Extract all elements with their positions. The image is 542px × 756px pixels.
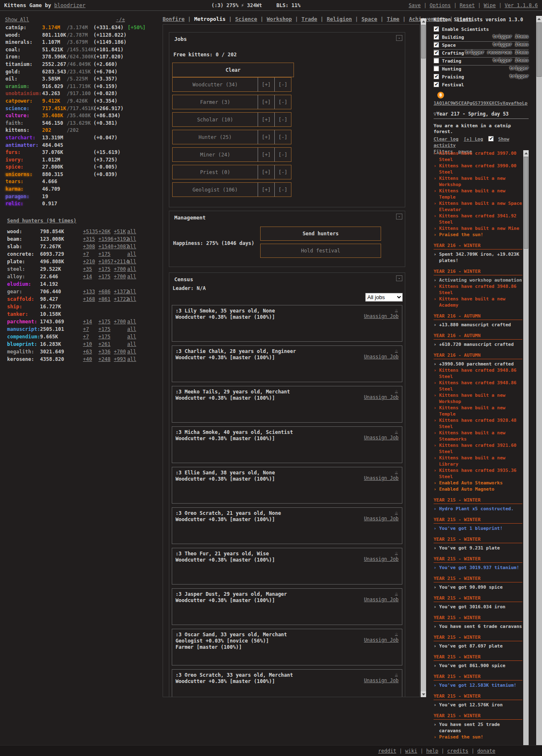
header-link[interactable]: Options [430,3,451,8]
make-leader-star-icon[interactable]: ☆ [395,469,398,474]
census-collapse-button[interactable]: - [396,275,402,281]
unassign-job-link[interactable]: Unassign Job [364,678,399,683]
job-label[interactable]: Miner (24) [173,148,258,161]
craft-link-2[interactable]: +336 [98,349,110,355]
job-plus-button[interactable]: [+] [258,183,274,197]
header-link[interactable]: Save [409,3,421,8]
resource-collapse-toggle[interactable]: -/± [116,17,125,23]
job-plus-button[interactable]: [+] [258,95,274,109]
clear-jobs-button[interactable]: Clear [172,63,294,77]
craft-link-all[interactable]: all [127,319,136,325]
option-action-link[interactable]: trigger [493,42,512,47]
unassign-job-link[interactable]: Unassign Job [364,597,399,602]
unassign-job-link[interactable]: Unassign Job [364,313,399,319]
craft-link-all[interactable]: all [127,349,136,355]
job-label[interactable]: Geologist (106) [173,183,258,197]
craft-link-1[interactable]: +308 [83,244,95,249]
craft-link-2[interactable]: +248 [98,356,110,362]
craft-link-2[interactable]: +1540 [98,244,113,249]
tab[interactable]: Workshop [267,16,292,22]
craft-link-2[interactable]: +686 [98,289,110,295]
make-leader-star-icon[interactable]: ☆ [395,428,398,434]
job-label[interactable]: Woodcutter (34) [173,78,258,91]
craft-link-all[interactable]: all [127,259,136,265]
tab[interactable]: Metropolis [194,16,226,22]
make-leader-star-icon[interactable]: ☆ [395,388,398,393]
option-action-link[interactable]: items [515,50,529,55]
job-plus-button[interactable]: [+] [258,130,274,144]
option-checkbox[interactable] [434,50,439,55]
craft-link-1[interactable]: +14 [83,274,92,280]
option-action-link[interactable]: trigger [465,50,484,55]
unassign-job-link[interactable]: Unassign Job [364,556,399,562]
footer-link[interactable]: wiki [405,748,417,754]
center-scrollbar[interactable] [421,18,426,697]
header-link[interactable]: Ver 1.1.8.6 [505,3,538,8]
make-leader-star-icon[interactable]: ☆ [395,590,398,596]
craft-link-3[interactable]: +3087 [114,244,129,249]
management-collapse-button[interactable]: - [396,214,402,219]
footer-link[interactable]: donate [477,748,495,754]
unassign-job-link[interactable]: Unassign Job [364,435,399,441]
scrollbar-thumb[interactable] [421,25,426,58]
make-leader-star-icon[interactable]: ☆ [395,671,398,677]
census-job-filter-select[interactable]: All jobs [365,293,403,302]
craft-link-all[interactable]: all [127,266,136,272]
craft-link-3[interactable]: +51K [114,229,126,234]
tab[interactable]: Religion [327,16,352,22]
job-label[interactable]: Scholar (10) [173,113,258,126]
job-button[interactable]: Hunter (25) [+] [-] [172,130,291,144]
job-button[interactable]: Farmer (3) [+] [-] [172,95,291,109]
craft-link-2[interactable]: +175 [98,251,110,257]
craft-link-3[interactable]: +1722 [114,296,129,302]
craft-link-all[interactable]: all [127,289,136,295]
craft-link-3[interactable]: +700 [114,266,126,272]
craft-link-2[interactable]: +26K [98,229,110,234]
option-action-link[interactable]: trigger [509,73,529,79]
option-checkbox[interactable] [434,26,439,32]
craft-link-1[interactable]: +7 [83,334,89,340]
footer-link[interactable]: credits [447,748,469,754]
craft-link-all[interactable]: all [127,296,136,302]
scrollbar-up-icon[interactable] [421,18,426,24]
craft-link-1[interactable]: +133 [83,289,95,295]
tab[interactable]: Time [387,16,399,22]
job-button[interactable]: Priest (0) [+] [-] [172,165,291,179]
craft-link-1[interactable]: +14 [83,319,92,325]
tab[interactable]: Science [235,16,257,22]
unassign-job-link[interactable]: Unassign Job [364,637,399,643]
show-all-link[interactable]: Show All [5,17,29,23]
show-activity-checkbox[interactable] [488,136,494,141]
craft-link-1[interactable]: +210 [83,259,95,265]
craft-link-3[interactable]: +3192 [114,236,129,242]
job-minus-button[interactable]: [-] [274,95,291,109]
make-leader-star-icon[interactable]: ☆ [395,509,398,515]
scrollbar-down-icon[interactable] [421,691,426,697]
craft-link-2[interactable]: +1596 [98,236,113,242]
craft-link-1[interactable]: +40 [83,356,92,362]
make-leader-star-icon[interactable]: ☆ [395,348,398,353]
craft-link-all[interactable]: all [127,244,136,249]
job-minus-button[interactable]: [-] [274,165,291,179]
craft-link-1[interactable]: +7 [83,251,89,257]
craft-link-all[interactable]: all [127,251,136,257]
job-button[interactable]: Woodcutter (34) [+] [-] [172,77,291,92]
craft-link-1[interactable]: +5135 [83,229,98,234]
bitcoin-address-link[interactable]: 1AQ1AC9W5CEAPgG5739XGXC5vXqyafhoLp [434,101,529,106]
job-minus-button[interactable]: [-] [274,130,291,144]
craft-link-3[interactable]: +700 [114,274,126,280]
craft-link-2[interactable]: +175 [98,326,110,332]
calendar-toggle-icon[interactable]: ▽ [434,111,437,117]
scrollbar-thumb[interactable] [537,23,542,77]
craft-link-2[interactable]: +175 [98,274,110,280]
craft-link-1[interactable]: +168 [83,296,95,302]
option-action-link[interactable]: resources [487,50,512,55]
job-minus-button[interactable]: [-] [274,148,291,161]
option-checkbox[interactable] [434,58,439,63]
option-action-link[interactable]: items [515,58,529,63]
option-action-link[interactable]: items [515,42,529,47]
page-scrollbar[interactable] [536,16,542,756]
tab[interactable]: Space [361,16,377,22]
job-button[interactable]: Miner (24) [+] [-] [172,147,291,162]
craft-link-3[interactable]: +1372 [114,289,129,295]
